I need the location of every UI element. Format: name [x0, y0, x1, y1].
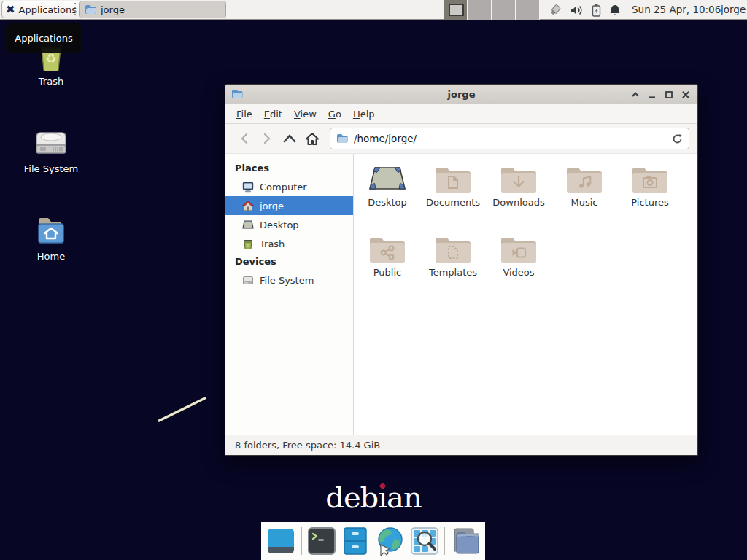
- file-grid: Desktop Documents Downloads: [354, 154, 697, 435]
- taskbar-window-button[interactable]: jorge: [79, 1, 226, 18]
- toolbar: [225, 124, 697, 154]
- sidebar-item-label: jorge: [260, 201, 284, 211]
- file-item-pictures[interactable]: Pictures: [618, 161, 682, 231]
- file-manager-window: jorge File Edit View Go Help: [225, 84, 698, 456]
- home-icon: [242, 201, 254, 211]
- terminal-button[interactable]: [307, 526, 336, 556]
- debian-logo-i: ı: [378, 481, 387, 514]
- file-item-videos[interactable]: Videos: [487, 231, 551, 301]
- applications-menu-button[interactable]: ✖ Applications: [1, 1, 84, 18]
- location-folder-icon: [336, 133, 348, 144]
- file-item-music[interactable]: Music: [552, 161, 616, 231]
- menu-view[interactable]: View: [288, 106, 322, 122]
- path-input[interactable]: [354, 133, 666, 144]
- file-item-public[interactable]: Public: [355, 231, 419, 301]
- panel-username[interactable]: jorge: [721, 0, 746, 20]
- home-button[interactable]: [301, 128, 322, 149]
- menu-go[interactable]: Go: [322, 106, 347, 122]
- menubar: File Edit View Go Help: [225, 104, 697, 124]
- terminal-icon: [307, 526, 336, 556]
- file-cabinet-icon: [343, 526, 368, 556]
- file-item-documents[interactable]: Documents: [421, 161, 485, 231]
- downloads-folder-icon: [500, 163, 538, 195]
- dock-separator: [444, 527, 445, 555]
- sidebar-item-label: Desktop: [260, 219, 299, 230]
- sidebar-item-jorge[interactable]: jorge: [225, 196, 353, 215]
- menu-help[interactable]: Help: [347, 106, 381, 122]
- window-title: jorge: [225, 89, 697, 100]
- web-browser-button[interactable]: [374, 526, 405, 556]
- workspace-1[interactable]: [444, 0, 468, 20]
- svg-text:♻: ♻: [246, 243, 250, 249]
- file-item-desktop[interactable]: Desktop: [355, 161, 419, 231]
- documents-folder-icon: [434, 163, 472, 195]
- app-finder-button[interactable]: [410, 526, 439, 556]
- sidebar-devices-header: Devices: [225, 253, 353, 271]
- sidebar-item-desktop[interactable]: Desktop: [225, 215, 353, 234]
- annotation-marker-icon[interactable]: [548, 4, 562, 17]
- file-label: Pictures: [631, 197, 668, 208]
- desktop-icon-home[interactable]: Home: [13, 214, 89, 262]
- pictures-folder-icon: [631, 163, 669, 195]
- location-bar[interactable]: [330, 128, 689, 149]
- taskbar-window-label: jorge: [101, 4, 125, 15]
- menu-file[interactable]: File: [231, 106, 258, 122]
- close-button[interactable]: [681, 90, 690, 99]
- workspace-4[interactable]: [516, 0, 540, 20]
- applications-tooltip-text: Applications: [15, 33, 72, 44]
- app-finder-icon: [410, 526, 439, 556]
- desktop-icon-label: Home: [37, 251, 65, 262]
- panel-clock[interactable]: Sun 25 Apr, 10:06: [632, 0, 721, 20]
- sidebar-places-header: Places: [225, 160, 353, 177]
- show-desktop-icon: [266, 526, 296, 556]
- menu-edit[interactable]: Edit: [258, 106, 288, 122]
- show-desktop-button[interactable]: [266, 526, 296, 556]
- desktop-icon-file-system[interactable]: File System: [13, 127, 89, 174]
- desktop-icon-label: Trash: [39, 76, 63, 87]
- file-item-downloads[interactable]: Downloads: [487, 161, 551, 231]
- workspace-2[interactable]: [468, 0, 492, 20]
- sidebar-item-trash[interactable]: ♻ Trash: [225, 234, 353, 253]
- music-folder-icon: [565, 163, 603, 195]
- sidebar-item-computer[interactable]: Computer: [225, 177, 353, 196]
- desktop-icon-label: File System: [24, 163, 78, 174]
- volume-icon[interactable]: [570, 4, 584, 16]
- web-browser-globe-icon: [374, 526, 405, 556]
- taskbar-folder-icon: [85, 4, 96, 15]
- directory-menu-button[interactable]: [450, 526, 481, 556]
- forward-button[interactable]: [256, 128, 277, 149]
- back-button[interactable]: [233, 128, 255, 149]
- shade-button[interactable]: [631, 90, 640, 99]
- file-label: Public: [374, 267, 401, 278]
- debian-logo-text-2: an: [387, 481, 422, 514]
- workspace-pager: [444, 0, 540, 20]
- file-manager-button[interactable]: [341, 526, 369, 556]
- window-titlebar[interactable]: jorge: [225, 85, 697, 104]
- file-label: Videos: [503, 267, 534, 278]
- public-folder-icon: [368, 233, 406, 265]
- applications-menu-label: Applications: [19, 4, 77, 15]
- up-button[interactable]: [279, 128, 300, 149]
- system-tray: [548, 0, 621, 20]
- sidebar-item-file-system[interactable]: File System: [225, 271, 353, 289]
- panel-handle[interactable]: [74, 3, 76, 17]
- hard-drive-icon: [34, 127, 68, 159]
- workspace-window-miniature: [449, 4, 464, 16]
- dock-separator: [301, 527, 302, 555]
- reload-icon[interactable]: [672, 133, 683, 144]
- top-panel: ✖ Applications jorge: [0, 0, 747, 20]
- applications-tooltip: Applications: [6, 23, 82, 53]
- computer-icon: [242, 182, 254, 192]
- maximize-button[interactable]: [665, 90, 673, 99]
- file-label: Templates: [429, 267, 477, 278]
- trash-mini-icon: ♻: [242, 238, 254, 249]
- sidebar-item-label: Computer: [260, 182, 307, 192]
- minimize-button[interactable]: [648, 90, 657, 99]
- battery-charging-icon[interactable]: [592, 4, 601, 17]
- file-label: Downloads: [492, 197, 544, 208]
- desktop-special-icon: [368, 163, 407, 195]
- notifications-bell-icon[interactable]: [609, 4, 621, 16]
- file-item-templates[interactable]: Templates: [421, 231, 485, 301]
- workspace-3[interactable]: [492, 0, 516, 20]
- annotation-scribble-line: [153, 392, 214, 427]
